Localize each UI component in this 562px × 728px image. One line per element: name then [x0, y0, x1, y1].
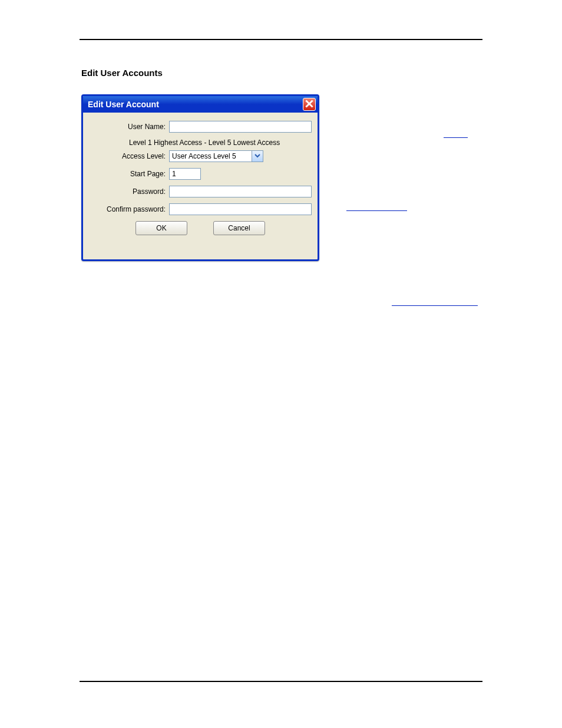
label-start-page: Start Page:	[89, 170, 169, 178]
access-level-select[interactable]: User Access Level 5	[169, 150, 263, 162]
cancel-button[interactable]: Cancel	[213, 221, 265, 235]
row-confirm-password: Confirm password:	[89, 203, 312, 215]
cancel-button-label: Cancel	[228, 224, 250, 232]
label-password: Password:	[89, 187, 169, 196]
label-access-level: Access Level:	[89, 152, 169, 160]
label-confirm-password: Confirm password:	[89, 205, 169, 213]
chevron-down-icon	[254, 152, 260, 160]
access-level-value: User Access Level 5	[172, 152, 236, 160]
bottom-rule	[80, 681, 482, 682]
row-start-page: Start Page:	[89, 168, 312, 180]
link-underline-3	[392, 305, 478, 306]
row-password: Password:	[89, 186, 312, 197]
section-heading: Edit User Accounts	[81, 68, 163, 78]
ok-button-label: OK	[156, 224, 166, 232]
label-user-name: User Name:	[89, 123, 169, 131]
row-help-line: Level 1 Highest Access - Level 5 Lowest …	[89, 139, 312, 147]
confirm-password-input[interactable]	[169, 203, 312, 215]
start-page-input[interactable]	[169, 168, 201, 180]
user-name-input[interactable]	[169, 121, 312, 133]
link-underline-1	[444, 137, 468, 138]
edit-user-account-dialog: Edit User Account User Name: Level 1 Hig…	[81, 94, 319, 261]
dialog-title: Edit User Account	[88, 100, 159, 109]
access-help-text: Level 1 Highest Access - Level 5 Lowest …	[89, 139, 280, 147]
password-input[interactable]	[169, 186, 312, 197]
link-underline-2	[346, 210, 407, 211]
row-user-name: User Name:	[89, 121, 312, 133]
top-rule	[80, 39, 482, 40]
dialog-titlebar: Edit User Account	[83, 96, 318, 113]
dialog-button-row: OK Cancel	[89, 221, 312, 235]
close-icon	[305, 100, 313, 110]
dropdown-button[interactable]	[252, 151, 263, 162]
dialog-body: User Name: Level 1 Highest Access - Leve…	[83, 113, 318, 259]
row-access-level: Access Level: User Access Level 5	[89, 150, 312, 162]
close-button[interactable]	[303, 98, 316, 111]
document-page: Edit User Accounts Edit User Account Use…	[0, 0, 562, 728]
ok-button[interactable]: OK	[135, 221, 187, 235]
